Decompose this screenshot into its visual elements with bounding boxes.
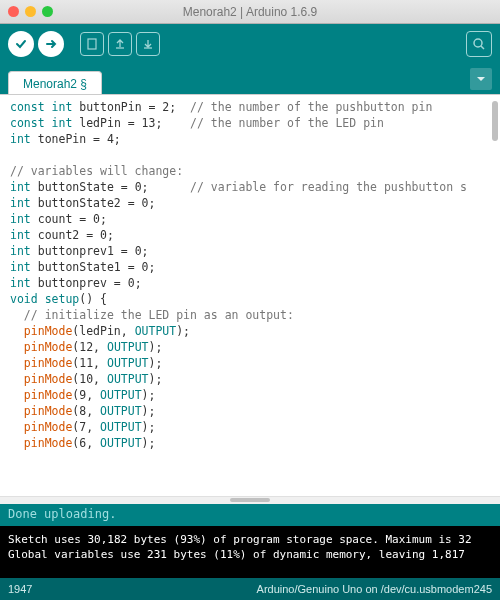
save-sketch-button[interactable]	[136, 32, 160, 56]
console[interactable]: Sketch uses 30,182 bytes (93%) of progra…	[0, 526, 500, 578]
maximize-icon[interactable]	[42, 6, 53, 17]
verify-button[interactable]	[8, 31, 34, 57]
tab-menu-button[interactable]	[470, 68, 492, 90]
board-info: Arduino/Genuino Uno on /dev/cu.usbmodem2…	[257, 583, 492, 595]
line-number: 1947	[8, 583, 32, 595]
tab-active[interactable]: Menorah2 §	[8, 71, 102, 95]
toolbar	[0, 24, 500, 64]
tab-bar: Menorah2 §	[0, 64, 500, 94]
serial-monitor-button[interactable]	[466, 31, 492, 57]
console-line: Sketch uses 30,182 bytes (93%) of progra…	[8, 532, 492, 547]
editor[interactable]: const int buttonPin = 2; // the number o…	[0, 94, 500, 496]
code-content[interactable]: const int buttonPin = 2; // the number o…	[10, 99, 490, 451]
vertical-scrollbar[interactable]	[492, 101, 498, 141]
window-title: Menorah2 | Arduino 1.6.9	[0, 5, 500, 19]
open-sketch-button[interactable]	[108, 32, 132, 56]
horizontal-scrollbar[interactable]	[0, 496, 500, 504]
status-bar: Done uploading.	[0, 504, 500, 526]
minimize-icon[interactable]	[25, 6, 36, 17]
svg-rect-0	[88, 39, 96, 49]
upload-button[interactable]	[38, 31, 64, 57]
close-icon[interactable]	[8, 6, 19, 17]
footer: 1947 Arduino/Genuino Uno on /dev/cu.usbm…	[0, 578, 500, 600]
svg-point-1	[474, 39, 482, 47]
window-controls	[8, 6, 53, 17]
console-line: Global variables use 231 bytes (11%) of …	[8, 547, 492, 562]
titlebar: Menorah2 | Arduino 1.6.9	[0, 0, 500, 24]
new-sketch-button[interactable]	[80, 32, 104, 56]
